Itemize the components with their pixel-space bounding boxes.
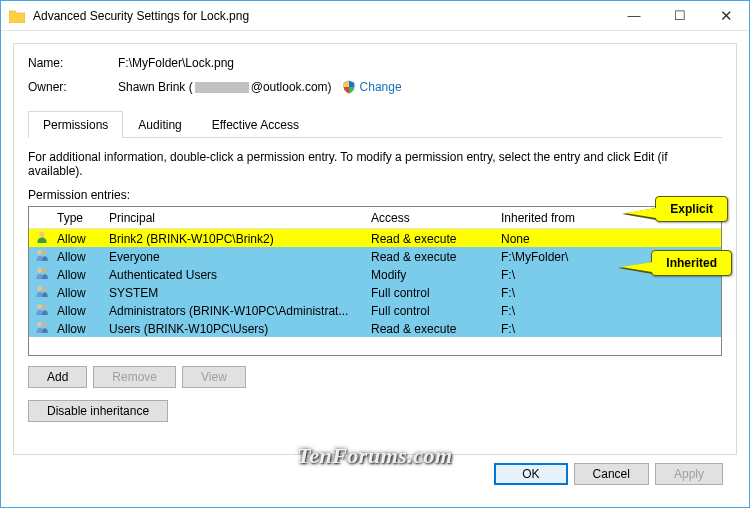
svg-point-7 <box>37 304 41 308</box>
view-button: View <box>182 366 246 388</box>
titlebar: Advanced Security Settings for Lock.png … <box>1 1 749 31</box>
user-icon <box>29 302 51 319</box>
svg-point-0 <box>39 232 44 237</box>
cell-inherited: F:\ <box>495 304 605 318</box>
svg-point-3 <box>37 268 41 272</box>
cell-principal: SYSTEM <box>103 286 365 300</box>
tab-effective-access[interactable]: Effective Access <box>197 111 314 138</box>
grid-header: Type Principal Access Inherited from <box>29 207 721 229</box>
owner-value: Shawn Brink (@outlook.com) <box>118 80 332 94</box>
user-icon <box>29 284 51 301</box>
cell-type: Allow <box>51 286 103 300</box>
entries-label: Permission entries: <box>28 188 722 202</box>
tab-auditing[interactable]: Auditing <box>123 111 196 138</box>
cell-inherited: None <box>495 232 605 246</box>
svg-point-4 <box>42 269 46 273</box>
permissions-grid[interactable]: Type Principal Access Inherited from All… <box>28 206 722 356</box>
name-field: Name: F:\MyFolder\Lock.png <box>28 56 722 70</box>
svg-point-1 <box>37 250 41 254</box>
callout-explicit-label: Explicit <box>670 202 713 216</box>
button-row: Add Remove View <box>28 366 722 388</box>
maximize-button[interactable]: ☐ <box>657 1 703 31</box>
cell-principal: Everyone <box>103 250 365 264</box>
svg-point-5 <box>37 286 41 290</box>
cell-type: Allow <box>51 268 103 282</box>
svg-point-2 <box>42 251 46 255</box>
name-label: Name: <box>28 56 118 70</box>
dialog-buttons: OK Cancel Apply <box>13 455 737 495</box>
ok-button[interactable]: OK <box>494 463 567 485</box>
cell-type: Allow <box>51 250 103 264</box>
cell-access: Read & execute <box>365 322 495 336</box>
info-text: For additional information, double-click… <box>28 150 722 178</box>
close-button[interactable]: ✕ <box>703 1 749 31</box>
table-row[interactable]: AllowUsers (BRINK-W10PC\Users)Read & exe… <box>29 319 721 337</box>
content-area: Name: F:\MyFolder\Lock.png Owner: Shawn … <box>1 31 749 507</box>
header-inherited[interactable]: Inherited from <box>495 211 605 225</box>
table-row[interactable]: AllowSYSTEMFull controlF:\ <box>29 283 721 301</box>
name-value: F:\MyFolder\Lock.png <box>118 56 234 70</box>
cell-access: Full control <box>365 304 495 318</box>
cell-type: Allow <box>51 304 103 318</box>
table-row[interactable]: AllowBrink2 (BRINK-W10PC\Brink2)Read & e… <box>29 229 721 247</box>
change-label: Change <box>360 80 402 94</box>
table-row[interactable]: AllowEveryoneRead & executeF:\MyFolder\ <box>29 247 721 265</box>
owner-field: Owner: Shawn Brink (@outlook.com) <box>28 80 722 94</box>
tabs: Permissions Auditing Effective Access <box>28 110 722 138</box>
header-type[interactable]: Type <box>51 211 103 225</box>
callout-inherited-label: Inherited <box>666 256 717 270</box>
svg-point-10 <box>42 323 46 327</box>
cell-inherited: F:\ <box>495 286 605 300</box>
cell-type: Allow <box>51 322 103 336</box>
user-icon <box>29 248 51 265</box>
table-row[interactable]: AllowAdministrators (BRINK-W10PC\Adminis… <box>29 301 721 319</box>
cell-principal: Administrators (BRINK-W10PC\Administrat.… <box>103 304 365 318</box>
table-row[interactable]: AllowAuthenticated UsersModifyF:\ <box>29 265 721 283</box>
cell-access: Read & execute <box>365 232 495 246</box>
owner-suffix: @outlook.com) <box>251 80 332 94</box>
folder-icon <box>9 9 25 23</box>
owner-label: Owner: <box>28 80 118 94</box>
apply-button: Apply <box>655 463 723 485</box>
cell-access: Read & execute <box>365 250 495 264</box>
cell-type: Allow <box>51 232 103 246</box>
minimize-button[interactable]: — <box>611 1 657 31</box>
cell-access: Full control <box>365 286 495 300</box>
grid-body: AllowBrink2 (BRINK-W10PC\Brink2)Read & e… <box>29 229 721 337</box>
cell-principal: Users (BRINK-W10PC\Users) <box>103 322 365 336</box>
cell-access: Modify <box>365 268 495 282</box>
disable-inheritance-button[interactable]: Disable inheritance <box>28 400 168 422</box>
tab-permissions[interactable]: Permissions <box>28 111 123 138</box>
svg-point-6 <box>42 287 46 291</box>
cell-inherited: F:\ <box>495 268 605 282</box>
cell-principal: Brink2 (BRINK-W10PC\Brink2) <box>103 232 365 246</box>
main-panel: Name: F:\MyFolder\Lock.png Owner: Shawn … <box>13 43 737 455</box>
cell-inherited: F:\ <box>495 322 605 336</box>
user-icon <box>29 230 51 247</box>
window: Advanced Security Settings for Lock.png … <box>0 0 750 508</box>
cell-principal: Authenticated Users <box>103 268 365 282</box>
remove-button: Remove <box>93 366 176 388</box>
cell-inherited: F:\MyFolder\ <box>495 250 605 264</box>
owner-redacted <box>195 82 249 93</box>
callout-inherited: Inherited <box>651 250 732 276</box>
header-principal[interactable]: Principal <box>103 211 365 225</box>
cancel-button[interactable]: Cancel <box>574 463 649 485</box>
add-button[interactable]: Add <box>28 366 87 388</box>
user-icon <box>29 320 51 337</box>
callout-explicit: Explicit <box>655 196 728 222</box>
owner-prefix: Shawn Brink ( <box>118 80 193 94</box>
shield-icon <box>342 80 356 94</box>
window-title: Advanced Security Settings for Lock.png <box>33 9 611 23</box>
user-icon <box>29 266 51 283</box>
svg-point-9 <box>37 322 41 326</box>
svg-point-8 <box>42 305 46 309</box>
change-owner-link[interactable]: Change <box>342 80 402 94</box>
button-row-2: Disable inheritance <box>28 400 722 422</box>
header-access[interactable]: Access <box>365 211 495 225</box>
